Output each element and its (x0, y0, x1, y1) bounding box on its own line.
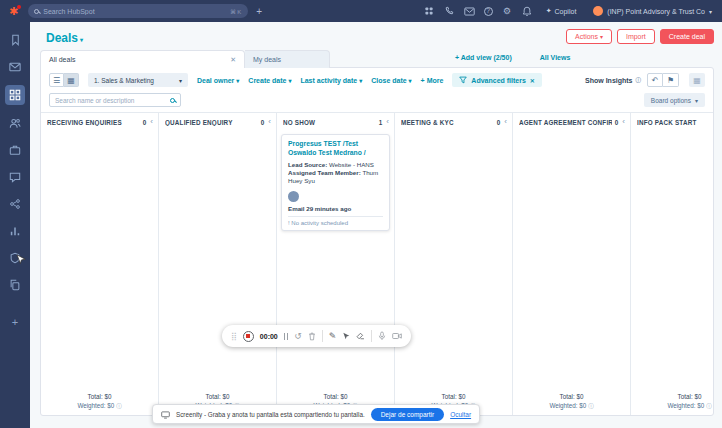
help-icon[interactable]: ? (484, 7, 493, 16)
column-info-pack-start: INFO PACK START ‹ Total: $0 Weighted: $0… (631, 113, 713, 415)
top-navbar: ✱ ⌘K + ? ⚙ ✦ Copilot (INP) Point Advisor… (0, 0, 722, 22)
caret-down-icon: ▾ (709, 8, 712, 15)
email-icon[interactable] (464, 6, 475, 17)
info-icon: ⓘ (116, 403, 122, 409)
collapse-column-icon[interactable]: ‹ (268, 118, 271, 126)
calling-icon[interactable] (444, 6, 455, 17)
board-settings-button[interactable]: ▦ (689, 73, 705, 87)
board-view-toggle[interactable]: ▦ (64, 73, 79, 87)
flag-icon: ⚑ (667, 76, 674, 85)
filter-last-activity-date[interactable]: Last activity date ▾ (300, 77, 362, 84)
board-grid-icon: ▦ (67, 76, 75, 85)
create-deal-button[interactable]: Create deal (660, 29, 714, 44)
board-search-input[interactable] (55, 97, 170, 104)
caret-down-icon: ▾ (288, 78, 291, 84)
settings-gear-icon[interactable]: ⚙ (502, 6, 513, 17)
sidebar-feedback-icon[interactable] (6, 276, 24, 294)
column-no-show: NO SHOW 1 ‹ Progresus TEST /Test Oswaldo… (277, 113, 395, 415)
tab-my-deals[interactable]: My deals (245, 50, 330, 68)
save-view-button[interactable]: ⚑ (663, 73, 679, 87)
recording-dot (17, 5, 21, 9)
camera-icon[interactable] (392, 332, 402, 340)
marketplace-icon[interactable] (424, 6, 435, 17)
show-insights-toggle[interactable]: Show Insights ⓘ (585, 77, 641, 84)
account-avatar (593, 6, 603, 16)
board-toolbar: Board options ▾ (41, 91, 713, 112)
deal-card[interactable]: Progresus TEST /Test Oswaldo Test Medran… (281, 134, 390, 231)
last-activity: Email 29 minutes ago (288, 205, 383, 212)
filter-create-date[interactable]: Create date ▾ (248, 77, 291, 84)
global-search[interactable]: ⌘K (28, 4, 248, 18)
sidebar-item-crm-active[interactable] (5, 85, 25, 105)
info-icon: ⓘ (706, 403, 712, 409)
stop-sharing-button[interactable]: Dejar de compartir (371, 408, 444, 421)
bookmarks-icon[interactable] (6, 31, 24, 49)
filter-toolbar: ☰ ▦ 1. Sales & Marketing ▾ Deal owner ▾ … (41, 68, 713, 91)
eraser-icon[interactable] (356, 332, 365, 340)
add-view-link[interactable]: + Add view (2/50) (455, 54, 512, 61)
filter-close-date[interactable]: Close date ▾ (371, 77, 411, 84)
close-tab-icon[interactable]: ✕ (230, 56, 236, 64)
drag-handle-icon[interactable]: ⣿ (231, 332, 237, 341)
sparkle-icon: ✦ (546, 7, 552, 15)
sidebar-mail-icon[interactable] (6, 58, 24, 76)
info-icon: ⓘ (588, 403, 594, 409)
screen-recorder-toolbar[interactable]: ⣿ 00:00 ↺ ✎ (222, 325, 411, 347)
more-filters-link[interactable]: + More (421, 77, 444, 84)
sidebar-commerce-icon[interactable] (6, 141, 24, 159)
hide-sharebar-link[interactable]: Ocultar (450, 411, 471, 418)
no-activity-note: ! No activity scheduled (288, 220, 383, 226)
advanced-filters-button[interactable]: Advanced filters ✕ (452, 73, 542, 87)
pen-icon[interactable]: ✎ (329, 332, 337, 341)
column-meeting-kyc: MEETING & KYC 0 ‹ Total: $0 Weighted: $0… (395, 113, 513, 415)
board-options-button[interactable]: Board options ▾ (644, 93, 705, 107)
actions-button[interactable]: Actions ▾ (566, 29, 612, 44)
filter-deal-owner[interactable]: Deal owner ▾ (197, 77, 239, 84)
tab-all-deals[interactable]: All deals ✕ (40, 50, 245, 68)
trash-icon[interactable] (308, 332, 316, 341)
notifications-bell-icon[interactable] (522, 6, 533, 17)
caret-down-icon: ▾ (409, 78, 412, 84)
sidebar-add-icon[interactable]: + (12, 316, 18, 328)
pause-icon[interactable] (284, 333, 289, 340)
pipeline-select[interactable]: 1. Sales & Marketing ▾ (88, 73, 188, 87)
search-shortcut-hint: ⌘K (230, 8, 242, 15)
close-icon[interactable]: ✕ (530, 77, 535, 84)
list-view-toggle[interactable]: ☰ (49, 73, 64, 87)
collapse-column-icon[interactable]: ‹ (150, 118, 153, 126)
board-search[interactable] (49, 93, 181, 107)
account-menu[interactable]: (INP) Point Advisory & Trust Co ▾ (593, 6, 712, 16)
microphone-icon[interactable] (378, 331, 386, 341)
collapse-column-icon[interactable]: ‹ (622, 118, 625, 126)
column-agent-agreement: AGENT AGREEMENT CONFIR.. 0 ‹ Total: $0 W… (513, 113, 631, 415)
grid-icon: ▦ (693, 76, 701, 85)
collapse-column-icon[interactable]: ‹ (504, 118, 507, 126)
global-search-input[interactable] (39, 8, 230, 15)
stop-recording-button[interactable] (243, 331, 254, 342)
funnel-icon (459, 76, 467, 84)
caret-down-icon: ▾ (695, 97, 698, 104)
sidebar-reporting-icon[interactable] (6, 222, 24, 240)
deal-owner-avatar (288, 191, 299, 202)
share-message: Screenity - Graba y anota tu pantalla es… (176, 411, 365, 418)
new-tab-plus-icon[interactable]: + (256, 6, 262, 17)
page-title[interactable]: Deals▾ (46, 31, 83, 45)
info-icon: ⓘ (636, 77, 642, 84)
recording-timer: 00:00 (260, 333, 278, 340)
import-button[interactable]: Import (617, 29, 655, 44)
main-content: Deals▾ Actions ▾ Import Create deal All … (30, 22, 722, 428)
deal-title-link[interactable]: Progresus TEST /Test Oswaldo Test Medran… (288, 140, 383, 158)
caret-down-icon: ▾ (80, 37, 83, 43)
sidebar-conversations-icon[interactable] (6, 168, 24, 186)
cursor-tool-icon[interactable] (342, 332, 350, 341)
hubspot-logo-icon[interactable]: ✱ (9, 6, 18, 17)
sidebar-contacts-icon[interactable] (6, 114, 24, 132)
mouse-cursor (16, 252, 26, 270)
caret-down-icon: ▾ (179, 77, 182, 84)
collapse-column-icon[interactable]: ‹ (386, 118, 389, 126)
undo-button[interactable]: ↶ (647, 73, 663, 87)
all-views-link[interactable]: All Views (540, 54, 571, 61)
copilot-button[interactable]: ✦ Copilot (546, 7, 577, 15)
sidebar-automations-icon[interactable] (6, 195, 24, 213)
restart-icon[interactable]: ↺ (294, 332, 302, 341)
